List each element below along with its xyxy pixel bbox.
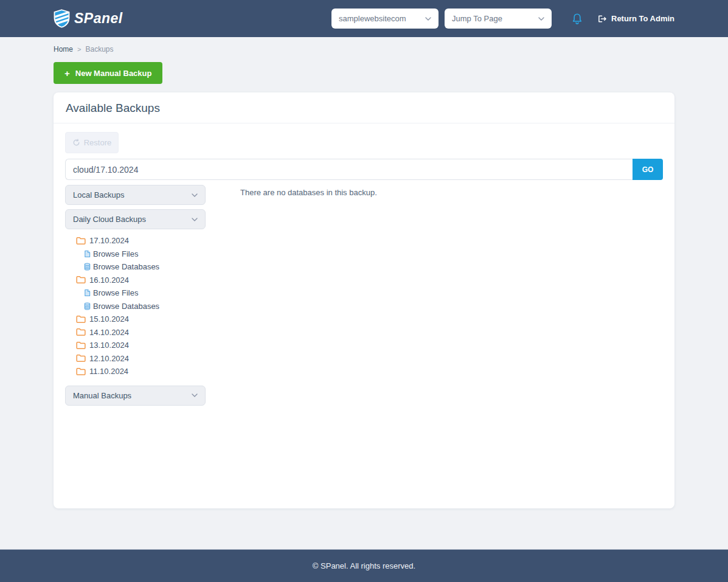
breadcrumb-home-link[interactable]: Home — [54, 45, 73, 54]
folder-icon — [76, 315, 86, 324]
manual-backups-section[interactable]: Manual Backups — [65, 386, 206, 406]
jump-to-page-select[interactable]: Jump To Page — [445, 9, 552, 29]
folder-label: 14.10.2024 — [89, 328, 129, 337]
account-select-value: samplewebsitecom — [339, 14, 406, 23]
notifications-bell-icon[interactable] — [572, 12, 583, 25]
browse-files-label: Browse Files — [93, 288, 138, 297]
folder-label: 16.10.2024 — [89, 275, 129, 285]
chevron-down-icon — [538, 17, 544, 21]
chevron-down-icon — [425, 17, 431, 21]
breadcrumb-current: Backups — [85, 45, 113, 54]
logout-icon — [598, 15, 607, 23]
tree-folder[interactable]: 16.10.2024 — [65, 274, 206, 287]
daily-cloud-backups-section[interactable]: Daily Cloud Backups — [65, 209, 206, 229]
folder-label: 12.10.2024 — [89, 354, 129, 363]
folder-label: 17.10.2024 — [89, 236, 129, 245]
no-databases-message: There are no databases in this backup. — [240, 188, 663, 197]
database-icon — [84, 263, 91, 271]
return-to-admin-label: Return To Admin — [611, 14, 674, 23]
tree-folder[interactable]: 17.10.2024 — [65, 234, 206, 248]
browse-databases-label: Browse Databases — [93, 302, 159, 311]
go-button[interactable]: GO — [633, 159, 663, 180]
backup-accordion: Local Backups Daily Cloud Backups — [65, 185, 206, 406]
new-manual-backup-button[interactable]: + New Manual Backup — [54, 62, 162, 84]
chevron-down-icon — [192, 218, 198, 221]
folder-label: 11.10.2024 — [89, 367, 128, 376]
tree-folder[interactable]: 15.10.2024 — [65, 313, 206, 326]
copyright-text: © SPanel. All rights reserved. — [313, 561, 415, 570]
local-backups-section[interactable]: Local Backups — [65, 185, 206, 205]
page-footer: © SPanel. All rights reserved. — [0, 549, 728, 582]
backup-path-input[interactable] — [65, 159, 633, 180]
restore-button[interactable]: Restore — [65, 132, 119, 153]
file-icon — [84, 250, 91, 258]
database-icon — [84, 302, 91, 310]
backup-detail-panel: There are no databases in this backup. — [206, 185, 663, 406]
folder-icon — [76, 328, 86, 336]
browse-files-link[interactable]: Browse Files — [65, 248, 206, 261]
browse-databases-label: Browse Databases — [93, 262, 159, 271]
browse-databases-link[interactable]: Browse Databases — [65, 260, 206, 274]
spanel-shield-icon — [54, 9, 70, 28]
breadcrumb-separator: > — [77, 46, 81, 53]
breadcrumb: Home > Backups — [54, 45, 674, 54]
folder-label: 15.10.2024 — [89, 314, 129, 324]
browse-files-link[interactable]: Browse Files — [65, 286, 206, 300]
folder-icon — [76, 367, 86, 376]
tree-folder[interactable]: 14.10.2024 — [65, 326, 206, 339]
refresh-icon — [72, 139, 80, 147]
folder-icon — [76, 237, 86, 245]
jump-to-page-value: Jump To Page — [452, 14, 502, 23]
brand-logo[interactable]: SPanel — [54, 9, 123, 28]
top-navbar: SPanel samplewebsitecom Jump To Page — [0, 0, 728, 37]
page-title: Available Backups — [66, 102, 662, 115]
return-to-admin-link[interactable]: Return To Admin — [598, 14, 674, 23]
restore-label: Restore — [84, 138, 112, 147]
file-icon — [84, 289, 91, 297]
main-content: Home > Backups + New Manual Backup Avail… — [54, 37, 674, 508]
chevron-down-icon — [192, 393, 198, 397]
folder-icon — [76, 354, 86, 362]
folder-label: 13.10.2024 — [89, 341, 129, 350]
account-select[interactable]: samplewebsitecom — [331, 9, 439, 29]
tree-folder[interactable]: 12.10.2024 — [65, 352, 206, 365]
available-backups-card: Available Backups Restore GO — [54, 92, 674, 508]
manual-backups-label: Manual Backups — [73, 391, 131, 400]
page: SPanel samplewebsitecom Jump To Page — [0, 0, 728, 582]
backup-path-group: GO — [65, 159, 663, 180]
card-header: Available Backups — [54, 92, 674, 123]
daily-cloud-backups-label: Daily Cloud Backups — [73, 215, 146, 224]
tree-folder[interactable]: 13.10.2024 — [65, 339, 206, 352]
brand-text: SPanel — [74, 10, 123, 27]
tree-folder[interactable]: 11.10.2024 — [65, 365, 206, 378]
browse-files-label: Browse Files — [93, 249, 138, 258]
browse-databases-link[interactable]: Browse Databases — [65, 300, 206, 313]
folder-icon — [76, 275, 86, 284]
plus-icon: + — [64, 68, 70, 78]
card-body: Restore GO Local Backups — [54, 123, 674, 414]
spacer — [0, 508, 728, 549]
folder-icon — [76, 341, 86, 350]
new-manual-backup-label: New Manual Backup — [75, 69, 152, 78]
backup-tree: 17.10.2024 Browse Files — [65, 229, 206, 384]
chevron-down-icon — [192, 193, 198, 197]
local-backups-label: Local Backups — [73, 190, 125, 199]
